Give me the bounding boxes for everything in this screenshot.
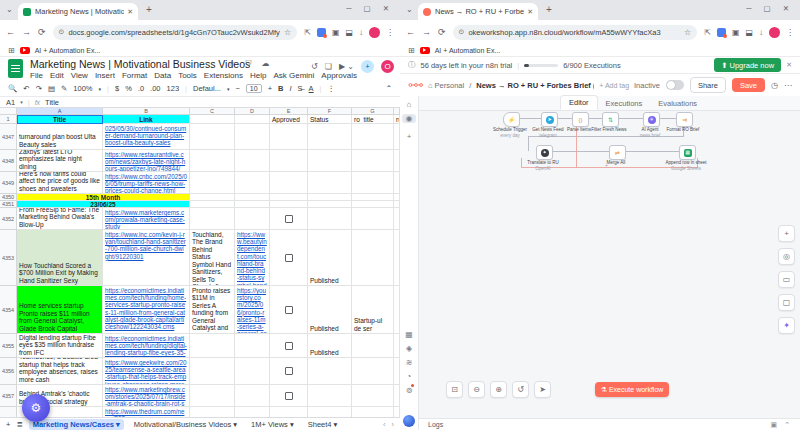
cell-approved-checkbox[interactable] bbox=[270, 208, 308, 230]
bold-icon[interactable]: B bbox=[278, 84, 283, 93]
send-to-device-icon[interactable]: ⇱ bbox=[704, 28, 711, 37]
add-node-button[interactable]: + bbox=[778, 225, 795, 242]
workflow-node[interactable]: ⚡ bbox=[503, 112, 520, 127]
cell-approved-link[interactable] bbox=[235, 150, 270, 172]
add-sheet-icon[interactable]: + bbox=[6, 420, 10, 429]
sheet-tab-1m-views[interactable]: 1M+ Views ▾ bbox=[247, 419, 298, 430]
cell-approved-checkbox[interactable] bbox=[270, 358, 308, 385]
header-cell-b[interactable]: Link bbox=[103, 115, 190, 124]
bookmark-label[interactable]: AI + Automation Ex... bbox=[35, 47, 101, 54]
history-icon[interactable]: ◷ bbox=[771, 81, 778, 90]
empty-cell[interactable] bbox=[235, 194, 270, 201]
cell-approved-link[interactable] bbox=[235, 334, 270, 358]
checkbox-unchecked[interactable] bbox=[285, 367, 293, 375]
add-workflow-button[interactable]: + bbox=[400, 132, 418, 141]
cell-title[interactable]: From FreeSip to Fame: The Marketing Behi… bbox=[17, 208, 103, 230]
cell-title[interactable]: Digital lending startup Fibe eyes $35 mi… bbox=[17, 334, 103, 358]
menu-item-format[interactable]: Format bbox=[122, 71, 147, 80]
bookmark-label[interactable]: AI + Automation Ex... bbox=[435, 47, 501, 54]
personal-icon[interactable]: ◉ bbox=[402, 114, 416, 123]
checkbox-unchecked[interactable] bbox=[285, 342, 293, 350]
name-box-caret-icon[interactable]: ▾ bbox=[20, 99, 23, 105]
row-number[interactable]: 4351 bbox=[0, 201, 17, 208]
row-number[interactable]: 4353 bbox=[0, 230, 17, 286]
cell-approved-title[interactable] bbox=[190, 172, 235, 194]
cell-approved-checkbox[interactable] bbox=[270, 334, 308, 358]
empty-cell[interactable] bbox=[235, 201, 270, 208]
column-header-D[interactable]: D bbox=[235, 108, 270, 115]
cell-link[interactable]: https://www.inc.com/kevin-j-ryan/touchla… bbox=[103, 230, 190, 286]
checkbox-unchecked[interactable] bbox=[285, 392, 293, 400]
project-breadcrumb[interactable]: ⌂ Personal bbox=[428, 81, 464, 90]
save-button[interactable]: Save bbox=[732, 78, 765, 92]
empty-cell[interactable] bbox=[190, 194, 235, 201]
bookmark-star-icon[interactable]: ☆ bbox=[284, 28, 291, 37]
variables-icon[interactable]: ◈ bbox=[400, 344, 418, 353]
title-status-icons[interactable]: ☆ ⛉ ☁ bbox=[228, 59, 274, 69]
youtube-bookmark-icon[interactable] bbox=[20, 47, 30, 54]
cell-status[interactable]: Published bbox=[308, 286, 352, 334]
cell-approved-link[interactable] bbox=[235, 385, 270, 407]
workflow-name[interactable]: News → RO + RU + Forbes Brief (O... bbox=[476, 81, 594, 90]
font-size-plus[interactable]: + bbox=[268, 84, 272, 93]
templates-icon[interactable]: ▦ bbox=[400, 330, 418, 339]
extension-icon[interactable] bbox=[717, 28, 726, 37]
execute-workflow-button[interactable]: ⚗ Execute workflow bbox=[595, 382, 669, 397]
cell-status[interactable] bbox=[308, 385, 352, 407]
merged-cell[interactable]: 23/06/25 bbox=[17, 201, 190, 208]
camera-icon[interactable]: ▣ bbox=[332, 28, 340, 37]
column-header-B[interactable]: B bbox=[103, 108, 190, 115]
cell-approved-link[interactable]: https://www.beautyindependent.com/touchl… bbox=[235, 230, 270, 286]
tab-close-icon[interactable]: ✕ bbox=[127, 8, 133, 16]
back-icon[interactable]: ← bbox=[406, 27, 415, 37]
paint-format-icon[interactable]: ✎ bbox=[61, 84, 67, 93]
number-format-icon[interactable]: 123 bbox=[167, 84, 180, 93]
cell-ro-title[interactable] bbox=[352, 407, 394, 417]
cell-title[interactable]: Zaxbys' latest LTO emphasizes late night… bbox=[17, 150, 103, 172]
fit-view-button[interactable]: ⊡ bbox=[446, 381, 463, 398]
row-number[interactable]: 4349 bbox=[0, 172, 17, 194]
cell-ro-title[interactable] bbox=[352, 124, 394, 150]
cell-status[interactable] bbox=[308, 172, 352, 194]
menu-item-data[interactable]: Data bbox=[154, 71, 171, 80]
tab-close-icon[interactable]: ✕ bbox=[527, 8, 533, 16]
comments-icon[interactable]: ❏ bbox=[325, 62, 332, 71]
youtube-bookmark-icon[interactable] bbox=[420, 47, 430, 54]
apps-grid-icon[interactable]: ⊞ bbox=[408, 46, 415, 55]
name-box[interactable]: A1 bbox=[6, 98, 15, 107]
row-number[interactable]: 4354 bbox=[0, 286, 17, 334]
cell-approved-title[interactable] bbox=[190, 334, 235, 358]
font-select[interactable]: Defaul... bbox=[193, 84, 221, 93]
cell-title[interactable]: Here's how tariffs could affect the pric… bbox=[17, 172, 103, 194]
reload-icon[interactable]: ⟳ bbox=[438, 27, 446, 37]
menu-item-edit[interactable]: Edit bbox=[50, 71, 64, 80]
cell-link[interactable]: https://economictimes.indiatimes.com/tec… bbox=[103, 334, 190, 358]
cell-approved-checkbox[interactable] bbox=[270, 172, 308, 194]
sheet-tab-motivational-business-videos[interactable]: Motivational/Business Videos ▾ bbox=[130, 419, 241, 430]
more-toolbar-icon[interactable]: ⋮ bbox=[328, 84, 336, 93]
browser-tab-n8n[interactable]: News → RO + RU + Forbes I ✕ bbox=[418, 3, 538, 20]
upgrade-button[interactable]: ⬆ Upgrade now bbox=[714, 58, 781, 72]
new-tab-button[interactable]: + bbox=[146, 4, 152, 15]
row-number[interactable]: 4350 bbox=[0, 194, 17, 201]
workflow-node[interactable]: {} bbox=[572, 112, 589, 127]
checkbox-unchecked[interactable] bbox=[285, 254, 293, 262]
cell-title[interactable]: Home services startup Pronto raises $11 … bbox=[17, 286, 103, 334]
menu-item-ask-gemini[interactable]: Ask Gemini bbox=[273, 71, 314, 80]
undo-icon[interactable]: ↶ bbox=[23, 84, 29, 93]
help-icon[interactable]: ◔ bbox=[400, 372, 418, 381]
cell-title[interactable]: TeamSense, a Seattle-area startup that h… bbox=[17, 358, 103, 385]
new-tab-button[interactable]: + bbox=[546, 4, 552, 15]
version-history-icon[interactable]: ↺ bbox=[311, 62, 318, 71]
grid-corner[interactable] bbox=[0, 108, 17, 115]
cell-approved-checkbox[interactable] bbox=[270, 150, 308, 172]
cell-status[interactable] bbox=[308, 208, 352, 230]
decimal-dec-icon[interactable]: .0 bbox=[138, 84, 144, 93]
cell-ro-title[interactable] bbox=[352, 230, 394, 286]
header-cell-num[interactable]: 1 bbox=[0, 115, 17, 124]
cell-ro-title[interactable] bbox=[352, 208, 394, 230]
strikethrough-icon[interactable]: S̶ bbox=[298, 84, 303, 93]
workflow-node[interactable]: ✳ bbox=[643, 112, 660, 127]
cell-approved-link[interactable]: https://yourstory.com/2025/06/pronto-rai… bbox=[235, 286, 270, 334]
cell-status[interactable]: Published bbox=[308, 230, 352, 286]
